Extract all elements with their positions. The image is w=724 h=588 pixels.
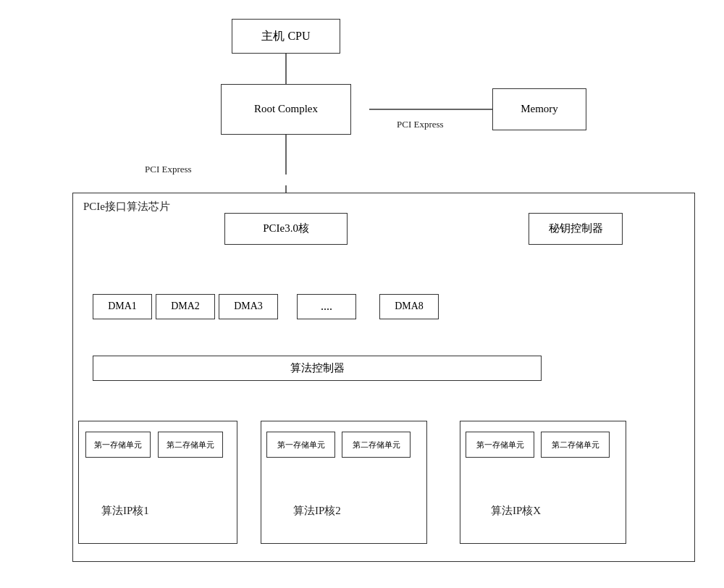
algo-ip1-label: 算法IP核1 [101, 504, 149, 518]
ip1-mem1-box: 第一存储单元 [85, 432, 151, 458]
secret-controller-label: 秘钥控制器 [549, 222, 603, 236]
ip2-mem2-box: 第二存储单元 [342, 432, 411, 458]
pci-express-label-2: PCI Express [145, 164, 192, 175]
ip1-mem2-box: 第二存储单元 [158, 432, 223, 458]
algo-ip2-label: 算法IP核2 [293, 504, 341, 518]
cpu-label: 主机 CPU [261, 29, 310, 44]
algo-controller-box: 算法控制器 [93, 356, 542, 381]
root-complex-box: Root Complex [221, 84, 351, 135]
diagram: 主机 CPU Root Complex Memory PCI Express P… [29, 12, 695, 576]
memory-box: Memory [492, 88, 586, 130]
dma-dots-box: .... [297, 294, 356, 319]
memory-label: Memory [521, 102, 558, 117]
pcie-core-label: PCIe3.0核 [263, 222, 309, 236]
dma2-box: DMA2 [156, 294, 215, 319]
dma8-box: DMA8 [379, 294, 439, 319]
algo-controller-label: 算法控制器 [290, 361, 345, 376]
ipx-mem2-box: 第二存储单元 [541, 432, 610, 458]
algo-ipx-label: 算法IP核X [491, 504, 541, 518]
ipx-mem1-box: 第一存储单元 [466, 432, 534, 458]
pcie-core-box: PCIe3.0核 [224, 213, 348, 245]
secret-controller-box: 秘钥控制器 [529, 213, 623, 245]
ip2-mem1-box: 第一存储单元 [266, 432, 335, 458]
dma1-box: DMA1 [93, 294, 152, 319]
dma3-box: DMA3 [219, 294, 278, 319]
pci-express-label-1: PCI Express [397, 119, 444, 130]
cpu-box: 主机 CPU [232, 19, 340, 54]
root-complex-label: Root Complex [254, 102, 318, 117]
pcie-chip-label: PCIe接口算法芯片 [83, 200, 170, 214]
